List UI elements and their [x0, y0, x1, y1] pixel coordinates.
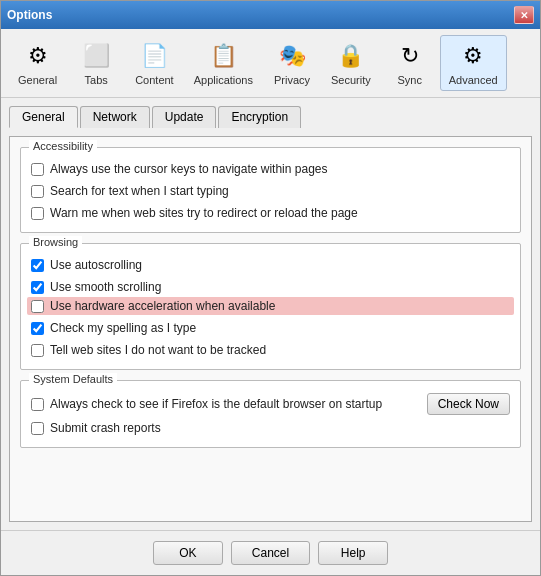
security-toolbar-label: Security [331, 74, 371, 86]
checkbox-row-warn-redirect: Warn me when web sites try to redirect o… [31, 204, 510, 222]
options-window: Options ✕ ⚙ General ⬜ Tabs 📄 Content 📋 A… [0, 0, 541, 576]
checkbox-row-autoscrolling: Use autoscrolling [31, 256, 510, 274]
checkbox-crash-reports[interactable] [31, 422, 44, 435]
checkbox-row-search-text: Search for text when I start typing [31, 182, 510, 200]
toolbar-item-sync[interactable]: ↻ Sync [382, 35, 438, 91]
cancel-button[interactable]: Cancel [231, 541, 310, 565]
title-bar-text: Options [7, 8, 52, 22]
general-toolbar-label: General [18, 74, 57, 86]
sub-tab-general[interactable]: General [9, 106, 78, 128]
content-area: GeneralNetworkUpdateEncryption Accessibi… [1, 98, 540, 530]
toolbar-item-privacy[interactable]: 🎭 Privacy [264, 35, 320, 91]
browsing-label: Browsing [29, 236, 82, 248]
label-hw-accel: Use hardware acceleration when available [50, 299, 275, 313]
toolbar-item-security[interactable]: 🔒 Security [322, 35, 380, 91]
checkbox-row-hw-accel: Use hardware acceleration when available [27, 297, 514, 315]
tabs-toolbar-icon: ⬜ [80, 40, 112, 72]
label-do-not-track: Tell web sites I do not want to be track… [50, 343, 266, 357]
checkbox-hw-accel[interactable] [31, 300, 44, 313]
label-warn-redirect: Warn me when web sites try to redirect o… [50, 206, 358, 220]
privacy-toolbar-icon: 🎭 [276, 40, 308, 72]
toolbar: ⚙ General ⬜ Tabs 📄 Content 📋 Application… [1, 29, 540, 98]
checkbox-spell-check[interactable] [31, 322, 44, 335]
sub-tabs: GeneralNetworkUpdateEncryption [9, 106, 532, 128]
label-crash-reports: Submit crash reports [50, 421, 161, 435]
content-toolbar-label: Content [135, 74, 174, 86]
sync-toolbar-icon: ↻ [394, 40, 426, 72]
checkbox-default-browser[interactable] [31, 398, 44, 411]
checkbox-row-crash-reports: Submit crash reports [31, 419, 510, 437]
footer: OK Cancel Help [1, 530, 540, 575]
checkbox-row-spell-check: Check my spelling as I type [31, 319, 510, 337]
help-button[interactable]: Help [318, 541, 388, 565]
checkbox-warn-redirect[interactable] [31, 207, 44, 220]
security-toolbar-icon: 🔒 [335, 40, 367, 72]
ok-button[interactable]: OK [153, 541, 223, 565]
label-search-text: Search for text when I start typing [50, 184, 229, 198]
options-panel: Accessibility Always use the cursor keys… [9, 136, 532, 522]
toolbar-item-tabs[interactable]: ⬜ Tabs [68, 35, 124, 91]
accessibility-group: Accessibility Always use the cursor keys… [20, 147, 521, 233]
label-default-browser: Always check to see if Firefox is the de… [50, 397, 382, 411]
toolbar-item-general[interactable]: ⚙ General [9, 35, 66, 91]
title-bar: Options ✕ [1, 1, 540, 29]
checkbox-autoscrolling[interactable] [31, 259, 44, 272]
system-defaults-label: System Defaults [29, 373, 117, 385]
advanced-toolbar-icon: ⚙ [457, 40, 489, 72]
checkbox-row-do-not-track: Tell web sites I do not want to be track… [31, 341, 510, 359]
checkbox-row-cursor-keys: Always use the cursor keys to navigate w… [31, 160, 510, 178]
toolbar-item-content[interactable]: 📄 Content [126, 35, 183, 91]
label-smooth-scroll: Use smooth scrolling [50, 280, 161, 294]
label-cursor-keys: Always use the cursor keys to navigate w… [50, 162, 327, 176]
applications-toolbar-label: Applications [194, 74, 253, 86]
title-bar-controls: ✕ [514, 6, 534, 24]
accessibility-label: Accessibility [29, 140, 97, 152]
checkbox-search-text[interactable] [31, 185, 44, 198]
close-button[interactable]: ✕ [514, 6, 534, 24]
applications-toolbar-icon: 📋 [207, 40, 239, 72]
tabs-toolbar-label: Tabs [85, 74, 108, 86]
label-autoscrolling: Use autoscrolling [50, 258, 142, 272]
system-defaults-left: Always check to see if Firefox is the de… [31, 397, 382, 411]
check-now-button[interactable]: Check Now [427, 393, 510, 415]
system-defaults-group: System Defaults Always check to see if F… [20, 380, 521, 448]
sub-tab-update[interactable]: Update [152, 106, 217, 128]
content-toolbar-icon: 📄 [138, 40, 170, 72]
checkbox-row-smooth-scroll: Use smooth scrolling [31, 278, 510, 296]
checkbox-row-default-browser: Always check to see if Firefox is the de… [31, 393, 510, 415]
privacy-toolbar-label: Privacy [274, 74, 310, 86]
sub-tab-encryption[interactable]: Encryption [218, 106, 301, 128]
general-toolbar-icon: ⚙ [22, 40, 54, 72]
sub-tab-network[interactable]: Network [80, 106, 150, 128]
toolbar-item-advanced[interactable]: ⚙ Advanced [440, 35, 507, 91]
browsing-group: Browsing Use autoscrolling Use smooth sc… [20, 243, 521, 370]
sync-toolbar-label: Sync [398, 74, 422, 86]
checkbox-cursor-keys[interactable] [31, 163, 44, 176]
window-title: Options [7, 8, 52, 22]
advanced-toolbar-label: Advanced [449, 74, 498, 86]
checkbox-smooth-scroll[interactable] [31, 281, 44, 294]
checkbox-do-not-track[interactable] [31, 344, 44, 357]
toolbar-item-applications[interactable]: 📋 Applications [185, 35, 262, 91]
label-spell-check: Check my spelling as I type [50, 321, 196, 335]
